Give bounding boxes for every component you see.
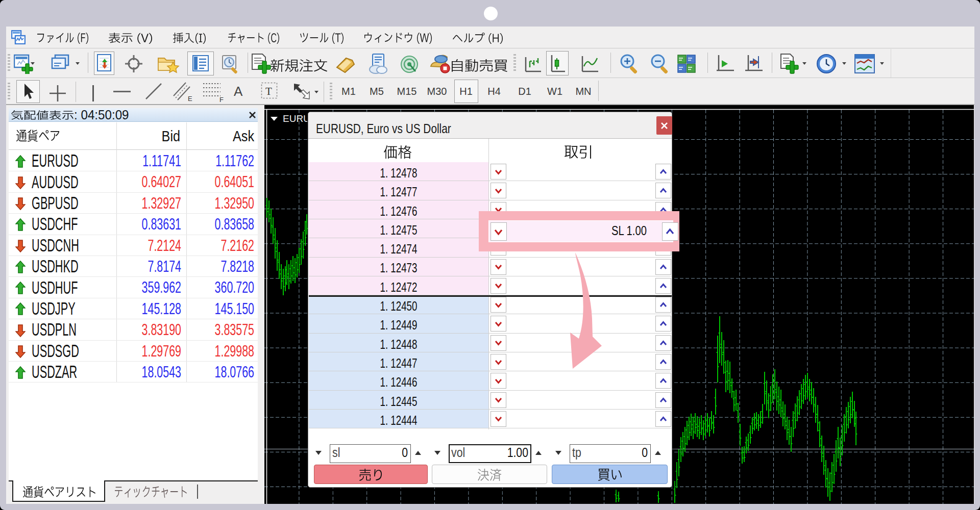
- svg-text:F: F: [219, 96, 224, 103]
- svg-text:T: T: [265, 85, 272, 97]
- svg-text:E: E: [188, 95, 192, 103]
